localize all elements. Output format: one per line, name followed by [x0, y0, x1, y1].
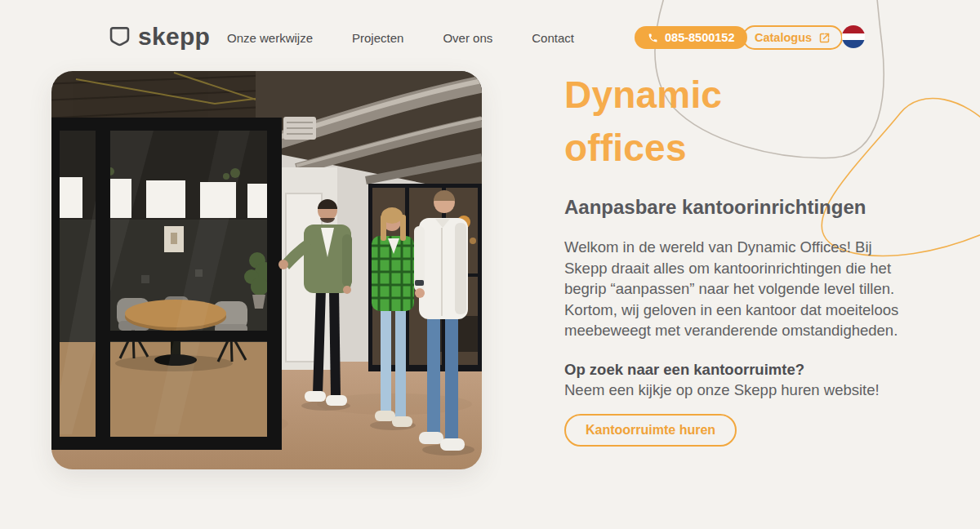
phone-button[interactable]: 085-8500152 [635, 26, 747, 49]
nav-item-over-ons[interactable]: Over ons [443, 31, 492, 45]
main-nav: Onze werkwijze Projecten Over ons Contac… [227, 31, 574, 45]
logo[interactable]: skepp [109, 23, 210, 51]
kantoorruimte-huren-button[interactable]: Kantoorruimte huren [564, 414, 737, 447]
catalog-button-label: Catalogus [755, 31, 812, 44]
hero-photo [51, 71, 482, 469]
hero-content: Dynamic offices Aanpasbare kantoorinrich… [564, 69, 915, 447]
cta-text: Neem een kijkje op onze Skepp huren webs… [564, 381, 915, 399]
page-title: Dynamic offices [564, 69, 817, 175]
nav-item-onze-werkwijze[interactable]: Onze werkwijze [227, 31, 313, 45]
dutch-flag-language-icon[interactable] [842, 25, 865, 48]
cta-heading: Op zoek naar een kantoorruimte? [564, 361, 915, 379]
nav-item-projecten[interactable]: Projecten [352, 31, 403, 45]
logo-text: skepp [138, 23, 210, 51]
header: skepp Onze werkwijze Projecten Over ons … [0, 0, 980, 75]
catalog-button[interactable]: Catalogus [742, 25, 843, 50]
phone-button-label: 085-8500152 [665, 31, 734, 44]
external-link-icon [818, 32, 831, 44]
hero-paragraph: Welkom in de wereld van Dynamic Offices!… [564, 237, 901, 341]
phone-icon [648, 33, 658, 43]
nav-item-contact[interactable]: Contact [532, 31, 574, 45]
skepp-shield-icon [109, 24, 131, 50]
hero-subtitle: Aanpasbare kantoorinrichtingen [564, 196, 915, 219]
